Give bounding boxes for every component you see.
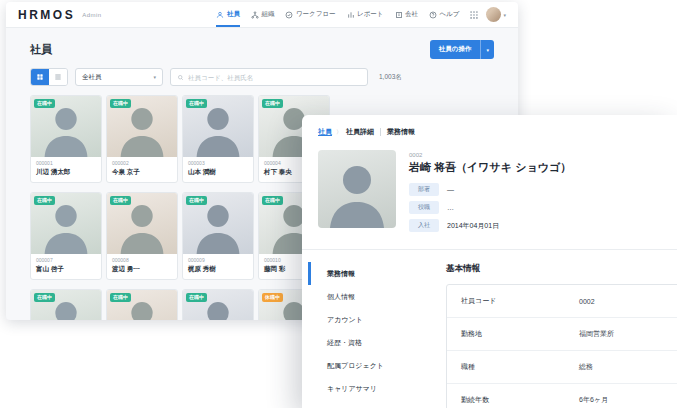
- department-tag: 部署: [409, 183, 439, 196]
- employee-card[interactable]: 在職中: [106, 289, 178, 320]
- menu-item-career-summary[interactable]: キャリアサマリ: [308, 377, 440, 400]
- avatar: [486, 7, 501, 22]
- app-header: HRMOS Admin 社員 組織 ワークフロー レポート 会社: [6, 2, 518, 28]
- nav-item-workflow[interactable]: ワークフロー: [285, 2, 335, 27]
- detail-side-menu: 業務情報 個人情報 アカウント 経歴・資格 配属プロジェクト キャリアサマリ 自…: [302, 250, 440, 408]
- profile-photo: [318, 150, 396, 228]
- employee-name: 今泉 京子: [112, 168, 172, 177]
- employee-code: 000003: [188, 160, 248, 166]
- breadcrumb-current: 社員詳細: [346, 127, 374, 137]
- employee-card[interactable]: 在職中 000008渡辺 勇一: [106, 192, 178, 280]
- filter-selected-value: 全社員: [82, 73, 102, 82]
- person-silhouette: [318, 150, 396, 228]
- info-label: 社員コード: [461, 296, 579, 306]
- nav-item-employees[interactable]: 社員: [216, 2, 240, 27]
- search-input[interactable]: [188, 74, 361, 81]
- admin-label: Admin: [82, 12, 102, 18]
- employee-name: 川辺 湧太郎: [36, 168, 96, 177]
- page-title: 社員: [30, 42, 52, 57]
- breadcrumb-tab: 業務情報: [387, 127, 415, 137]
- joined-value: 2014年04月01日: [447, 221, 499, 231]
- grid-view-button[interactable]: [31, 69, 49, 85]
- status-badge: 在職中: [34, 196, 55, 205]
- employee-detail-panel: 社員 〉 社員詳細 業務情報 0002 岩崎 将吾（イワサキ ショウゴ） 部署 …: [302, 115, 677, 408]
- apps-grid-icon[interactable]: [469, 10, 479, 20]
- profile-employee-name: 岩崎 将吾（イワサキ ショウゴ）: [409, 160, 571, 175]
- table-row: 勤務地 福岡営業所: [447, 318, 677, 351]
- chevron-down-icon: ▾: [503, 12, 506, 18]
- list-view-button[interactable]: [49, 69, 67, 85]
- chevron-down-icon[interactable]: ▾: [481, 40, 494, 59]
- section-title: 基本情報: [446, 263, 677, 275]
- joined-tag: 入社: [409, 219, 439, 232]
- employee-code: 000007: [36, 257, 96, 263]
- menu-item-personal-info[interactable]: 個人情報: [308, 285, 440, 308]
- employee-actions-button[interactable]: 社員の操作 ▾: [430, 40, 494, 59]
- menu-item-self-introduction[interactable]: 自己紹介: [308, 400, 440, 408]
- view-toggle-group: [30, 68, 68, 86]
- employee-code: 000008: [112, 257, 172, 263]
- nav-item-report[interactable]: レポート: [347, 2, 384, 27]
- employee-card[interactable]: 在職中 000007富山 啓子: [30, 192, 102, 280]
- status-badge: 在職中: [110, 293, 131, 302]
- status-badge: 在職中: [186, 99, 207, 108]
- position-tag: 役職: [409, 201, 439, 214]
- search-box: [170, 68, 368, 86]
- org-chart-icon: [251, 11, 259, 19]
- employee-card[interactable]: 在職中 000009梶原 秀樹: [182, 192, 254, 280]
- nav-item-company[interactable]: 会社: [395, 2, 419, 27]
- basic-info-table: 社員コード 0002 勤務地 福岡営業所 職種 総務 勤続年数 6年6ヶ月: [446, 284, 677, 408]
- status-badge: 在職中: [186, 196, 207, 205]
- building-icon: [395, 11, 403, 19]
- employee-card[interactable]: 在職中: [30, 289, 102, 320]
- hrmos-logo[interactable]: HRMOS: [18, 8, 75, 22]
- info-label: 勤務地: [461, 329, 579, 339]
- main-nav: 社員 組織 ワークフロー レポート 会社 ヘルプ: [216, 2, 459, 27]
- breadcrumb-employees-link[interactable]: 社員: [318, 127, 332, 137]
- breadcrumb-divider: [380, 128, 381, 136]
- info-value: 総務: [579, 362, 593, 372]
- help-icon: [429, 11, 437, 19]
- menu-item-account[interactable]: アカウント: [308, 308, 440, 331]
- status-badge: 休職中: [262, 293, 283, 302]
- employee-card[interactable]: 在職中 000003山本 潤樹: [182, 95, 254, 183]
- employee-card[interactable]: 在職中 000002今泉 京子: [106, 95, 178, 183]
- nav-item-help[interactable]: ヘルプ: [429, 2, 459, 27]
- bar-chart-icon: [347, 11, 355, 19]
- menu-item-career-qualifications[interactable]: 経歴・資格: [308, 331, 440, 354]
- nav-label: 組織: [261, 10, 274, 19]
- employee-count: 1,003名: [379, 73, 402, 82]
- search-icon: [177, 74, 184, 81]
- employee-code: 000002: [112, 160, 172, 166]
- status-badge: 在職中: [110, 99, 131, 108]
- basic-info-section: 基本情報 社員コード 0002 勤務地 福岡営業所 職種 総務 勤続年数 6年6…: [440, 250, 677, 408]
- employee-code: 000001: [36, 160, 96, 166]
- department-value: —: [447, 186, 454, 193]
- employee-filter-select[interactable]: 全社員 ▾: [75, 68, 163, 86]
- nav-item-organization[interactable]: 組織: [251, 2, 275, 27]
- position-value: …: [447, 204, 454, 211]
- employee-code: 000009: [188, 257, 248, 263]
- nav-label: ワークフロー: [296, 10, 336, 19]
- nav-label: レポート: [357, 10, 383, 19]
- employee-name: 富山 啓子: [36, 265, 96, 274]
- employee-actions-label[interactable]: 社員の操作: [430, 40, 481, 59]
- info-value: 0002: [579, 298, 595, 305]
- info-label: 職種: [461, 362, 579, 372]
- table-row: 社員コード 0002: [447, 285, 677, 318]
- nav-label: 社員: [227, 10, 240, 19]
- list-view-icon: [54, 73, 62, 81]
- status-badge: 在職中: [262, 99, 283, 108]
- breadcrumb: 社員 〉 社員詳細 業務情報: [302, 115, 677, 137]
- check-circle-icon: [285, 11, 293, 19]
- employee-card[interactable]: 在職中: [182, 289, 254, 320]
- nav-label: ヘルプ: [440, 10, 460, 19]
- menu-item-assigned-projects[interactable]: 配属プロジェクト: [308, 354, 440, 377]
- employee-name: 山本 潤樹: [188, 168, 248, 177]
- breadcrumb-separator: 〉: [336, 128, 342, 137]
- menu-item-work-info[interactable]: 業務情報: [308, 262, 440, 285]
- user-menu[interactable]: ▾: [486, 7, 506, 22]
- status-badge: 在職中: [262, 196, 283, 205]
- employee-card[interactable]: 在職中 000001川辺 湧太郎: [30, 95, 102, 183]
- employee-name: 梶原 秀樹: [188, 265, 248, 274]
